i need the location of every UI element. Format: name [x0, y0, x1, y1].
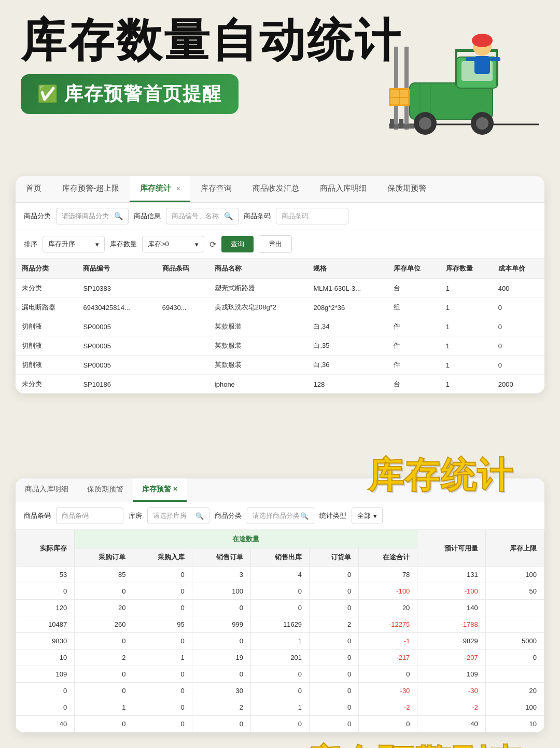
tab-inventory-stats[interactable]: 库存统计 × [130, 176, 190, 202]
tab2-goods-inbound[interactable]: 商品入库明细 [16, 478, 78, 502]
overlay-warning-label: 库存预警列表 [306, 739, 524, 748]
tab-goods-inbound[interactable]: 商品入库明细 [310, 176, 377, 202]
warning-table: 实际库存 在途数量 预计可用量 库存上限 采购订单 采购入库 销售订单 销售出库… [16, 530, 544, 732]
table2-row[interactable]: 109000000109 [16, 666, 544, 683]
forklift-illustration [379, 5, 544, 140]
refresh-icon[interactable]: ⟳ [209, 239, 216, 249]
tab-home[interactable]: 首页 [16, 176, 52, 202]
svg-rect-11 [490, 57, 500, 61]
category-search-icon: 🔍 [114, 212, 123, 220]
badge-text: 库存预警首页提醒 [64, 81, 222, 107]
hero-section: 库存数量自动统计 [0, 0, 560, 166]
inv-col-so: 销售订单 [192, 548, 250, 567]
col-unit: 库存单位 [387, 259, 440, 279]
qty-label: 库存数量 [110, 239, 137, 249]
tab-bar-1: 首页 库存预警-超上限 库存统计 × 库存查询 商品收发汇总 商品入库明细 保质… [16, 176, 544, 203]
svg-point-8 [472, 34, 493, 47]
tab-overstock-warning[interactable]: 库存预警-超上限 [52, 176, 130, 202]
filter-row-1: 商品分类 请选择商品分类 🔍 商品信息 商品编号、名称 🔍 商品条码 商品条码 [16, 203, 544, 230]
p2-warehouse-select[interactable]: 请选择库房 🔍 [147, 507, 209, 524]
inv-col-po: 采购订单 [75, 548, 133, 567]
tab-inventory-query[interactable]: 库存查询 [190, 176, 242, 202]
category-label: 商品分类 [24, 211, 51, 221]
p2-stat-label: 统计类型 [319, 511, 346, 520]
tab-goods-summary[interactable]: 商品收发汇总 [242, 176, 310, 202]
category-select[interactable]: 请选择商品分类 🔍 [56, 208, 129, 224]
inv-group-transit: 在途数量 [75, 530, 417, 548]
p2-stat-select[interactable]: 全部 ▾ [352, 507, 383, 524]
inv-col-expected: 预计可用量 [417, 530, 485, 567]
col-name: 商品名称 [208, 259, 307, 279]
table2-row[interactable]: 400000004010 [16, 716, 544, 732]
svg-rect-15 [390, 119, 394, 129]
inventory-table: 商品分类 商品编号 商品条码 商品名称 规格 库存单位 库存数量 成本单价 未分… [16, 259, 544, 393]
p2-stat-chevron-icon: ▾ [373, 512, 377, 520]
export-button[interactable]: 导出 [259, 235, 292, 253]
inv-col-actual: 实际库存 [16, 530, 75, 567]
check-icon: ✅ [37, 84, 58, 104]
overlay-stats-label: 库存统计 [368, 452, 513, 499]
table2-row[interactable]: 1048726095999116292-12275-1788 [16, 616, 544, 633]
inv-col-transit-total: 在途合计 [359, 548, 417, 567]
p2-warehouse-label: 库房 [129, 511, 142, 520]
svg-rect-9 [474, 56, 490, 74]
main-content: 首页 库存预警-超上限 库存统计 × 库存查询 商品收发汇总 商品入库明细 保质… [0, 166, 560, 748]
info-label: 商品信息 [134, 211, 161, 221]
sort-chevron-icon: ▾ [95, 241, 99, 248]
table1-row[interactable]: 切削液SP00005某款服装白,34件10 [16, 317, 544, 336]
p2-warehouse-search-icon: 🔍 [195, 512, 204, 520]
filter-row-2: 排序 库存升序 ▾ 库存数量 库存>0 ▾ ⟳ 查询 导出 [16, 230, 544, 259]
sort-label: 排序 [24, 239, 37, 249]
filter-row-2-panel2: 商品条码 商品条码 库房 请选择库房 🔍 商品分类 请选择商品分类 🔍 统计类型… [16, 502, 544, 530]
tab2-expiry[interactable]: 保质期预警 [78, 478, 133, 502]
sort-select[interactable]: 库存升序 ▾ [43, 236, 105, 252]
col-qty: 库存数量 [440, 259, 492, 279]
col-spec: 规格 [307, 259, 387, 279]
col-cost: 成本单价 [492, 259, 544, 279]
table2-row[interactable]: 0003000-30-3020 [16, 683, 544, 699]
table2-row[interactable]: 5385034078131100 [16, 567, 544, 583]
table2-row[interactable]: 00010000-100-10050 [16, 583, 544, 600]
inv-col-pin: 采购入库 [133, 548, 192, 567]
table1-row[interactable]: 切削液SP00005某款服装白,36件10 [16, 356, 544, 375]
svg-point-18 [419, 117, 431, 130]
p2-barcode-label: 商品条码 [24, 511, 51, 520]
table2-row[interactable]: 010210-2-2100 [16, 699, 544, 716]
p2-barcode-input[interactable]: 商品条码 [56, 507, 123, 524]
table2-row[interactable]: 983000010-198295000 [16, 633, 544, 650]
tab-expiry-warning[interactable]: 保质期预警 [377, 176, 437, 202]
svg-rect-4 [455, 49, 457, 86]
table1-row[interactable]: 未分类SP10186iphone128台12000 [16, 375, 544, 394]
info-search-icon: 🔍 [224, 212, 233, 220]
tab2-close-icon[interactable]: × [173, 485, 177, 493]
table1-row[interactable]: 漏电断路器69430425814...69430...美戎玖洗衣皂208g*22… [16, 298, 544, 317]
query-button[interactable]: 查询 [221, 236, 254, 252]
svg-rect-10 [466, 57, 476, 61]
qty-chevron-icon: ▾ [195, 241, 199, 248]
p2-category-label: 商品分类 [215, 511, 242, 520]
qty-select[interactable]: 库存>0 ▾ [142, 236, 204, 252]
inv-col-sout: 销售出库 [250, 548, 309, 567]
p2-category-search-icon: 🔍 [300, 512, 309, 520]
table1-row[interactable]: 未分类SP10383塑壳式断路器MLM1-630L-3...台1400 [16, 279, 544, 298]
panel-inventory-stats: 首页 库存预警-超上限 库存统计 × 库存查询 商品收发汇总 商品入库明细 保质… [16, 176, 544, 393]
table2-row[interactable]: 12020000020140 [16, 600, 544, 616]
barcode-label: 商品条码 [244, 211, 271, 221]
p2-category-select[interactable]: 请选择商品分类 🔍 [247, 507, 314, 524]
inv-col-order: 订货单 [310, 548, 359, 567]
col-category: 商品分类 [16, 259, 77, 279]
svg-rect-16 [399, 119, 403, 129]
svg-rect-5 [496, 49, 498, 86]
col-code: 商品编号 [77, 259, 156, 279]
inv-col-upper: 库存上限 [485, 530, 544, 567]
tab2-warning[interactable]: 库存预警 × [133, 478, 187, 502]
col-barcode: 商品条码 [156, 259, 208, 279]
tab-close-icon[interactable]: × [176, 185, 180, 192]
table1-row[interactable]: 切削液SP00005某款服装白,35件10 [16, 336, 544, 356]
barcode-input[interactable]: 商品条码 [276, 208, 348, 224]
svg-point-20 [476, 117, 488, 130]
table2-row[interactable]: 1021192010-217-2070 [16, 650, 544, 666]
panel-inventory-warning: 商品入库明细 保质期预警 库存预警 × 商品条码 商品条码 库房 请选择库房 🔍… [16, 478, 544, 732]
info-input[interactable]: 商品编号、名称 🔍 [166, 208, 239, 224]
alert-badge: ✅ 库存预警首页提醒 [21, 74, 239, 114]
